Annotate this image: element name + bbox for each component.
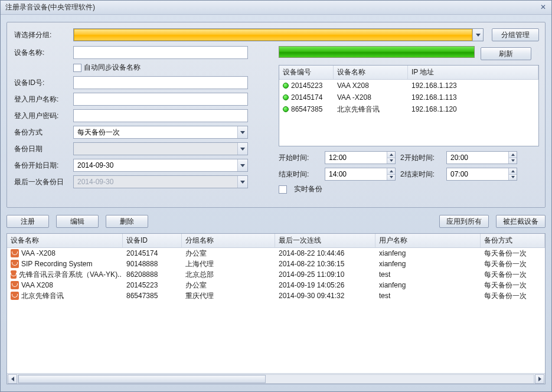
phone-icon xyxy=(11,249,19,257)
device-name-input[interactable] xyxy=(73,46,248,59)
cell-backup: 每天备份一次 xyxy=(481,249,545,259)
col-id[interactable]: 设备ID xyxy=(123,234,182,247)
cell-group: 重庆代理 xyxy=(182,291,275,301)
status-dot-icon xyxy=(283,94,289,100)
cell-id: 20145223 xyxy=(291,81,322,90)
col-device-name[interactable]: 设备名称 xyxy=(334,66,408,79)
end-time2-label: 2结束时间: xyxy=(400,169,442,179)
cell-name: VAA -X208 xyxy=(21,249,55,257)
cell-user: test xyxy=(375,292,481,300)
horizontal-scrollbar[interactable] xyxy=(7,373,545,384)
cell-ip: 192.168.1.113 xyxy=(408,93,538,102)
grid-row[interactable]: 北京先锋音讯86547385重庆代理2014-09-30 09:41:32tes… xyxy=(7,290,545,301)
cell-name: SIP Recording System xyxy=(21,260,93,268)
scroll-right-icon[interactable] xyxy=(535,374,544,384)
spin-up-icon[interactable] xyxy=(387,168,395,175)
start-time2-spinner[interactable] xyxy=(446,151,517,164)
group-label: 请选择分组: xyxy=(13,30,73,40)
cell-ip: 192.168.1.120 xyxy=(408,105,538,113)
login-pwd-label: 登入用户密码: xyxy=(13,111,73,121)
cell-id: 86547385 xyxy=(291,105,322,113)
status-dot-icon xyxy=(283,83,289,89)
refresh-button[interactable]: 刷新 xyxy=(481,47,531,60)
realtime-backup-label: 实时备份 xyxy=(294,184,322,194)
spin-down-icon[interactable] xyxy=(387,158,395,164)
col-group[interactable]: 分组名称 xyxy=(182,234,275,247)
realtime-backup-checkbox[interactable] xyxy=(279,185,287,194)
device-list-row[interactable]: 20145174VAA -X208192.168.1.113 xyxy=(279,92,538,103)
cell-id: 86547385 xyxy=(123,292,182,300)
col-ip[interactable]: IP 地址 xyxy=(408,66,538,79)
cell-group: 上海代理 xyxy=(182,259,275,269)
spin-down-icon[interactable] xyxy=(387,175,395,181)
backup-mode-label: 备份方式 xyxy=(13,128,73,138)
device-list-row[interactable]: 86547385北京先锋音讯192.168.1.120 xyxy=(279,103,538,115)
col-last[interactable]: 最后一次连线 xyxy=(275,234,375,247)
grid-row[interactable]: VAA X20820145223办公室2014-09-19 14:05:26xi… xyxy=(7,280,545,290)
scroll-track[interactable] xyxy=(18,374,534,384)
start-time-label: 开始时间: xyxy=(279,153,320,163)
cell-name: VAA -X208 xyxy=(334,93,408,102)
spin-down-icon[interactable] xyxy=(508,158,517,164)
chevron-down-icon[interactable] xyxy=(237,143,247,155)
device-name-label: 设备名称: xyxy=(13,48,73,58)
chevron-down-icon[interactable] xyxy=(237,159,247,171)
cell-id: 86208888 xyxy=(123,270,182,279)
login-user-label: 登入用户名称: xyxy=(13,94,73,104)
cell-id: 20145174 xyxy=(123,249,182,257)
cell-last: 2014-09-30 09:41:32 xyxy=(275,292,375,300)
cell-group: 北京总部 xyxy=(182,270,275,280)
cell-id: 90148888 xyxy=(123,260,182,268)
auto-sync-checkbox[interactable] xyxy=(73,64,81,72)
grid-row[interactable]: SIP Recording System90148888上海代理2014-08-… xyxy=(7,259,545,269)
start-time-spinner[interactable] xyxy=(325,151,396,164)
grid-row[interactable]: VAA -X20820145174办公室2014-08-22 10:44:46x… xyxy=(7,248,545,259)
form-panel: 请选择分组: 分组管理 设备名称: 自动同步设备名称 设备ID号: xyxy=(6,22,546,208)
phone-icon xyxy=(11,292,19,300)
delete-button[interactable]: 删除 xyxy=(106,215,148,228)
cell-name: 先锋音讯云录音系统（VAA-YK).. xyxy=(19,270,122,280)
cell-ip: 192.168.1.123 xyxy=(408,81,538,90)
blocked-devices-button[interactable]: 被拦截设备 xyxy=(496,215,546,228)
close-icon[interactable]: ✕ xyxy=(538,3,548,12)
end-time-spinner[interactable] xyxy=(325,168,396,181)
device-id-input[interactable] xyxy=(73,76,248,89)
login-pwd-input[interactable] xyxy=(73,109,248,122)
col-backup[interactable]: 备份方式 xyxy=(481,234,545,247)
edit-button[interactable]: 编辑 xyxy=(56,215,99,228)
backup-start-date[interactable] xyxy=(73,159,248,172)
backup-date-combobox[interactable] xyxy=(73,142,248,155)
end-time2-spinner[interactable] xyxy=(446,168,517,181)
window-title: 注册录音设备(中央管理软件) xyxy=(5,2,95,12)
cell-name: VAA X208 xyxy=(334,81,408,90)
cell-last: 2014-08-22 10:36:15 xyxy=(275,260,375,268)
cell-backup: 每天备份一次 xyxy=(481,270,545,280)
backup-mode-combobox[interactable] xyxy=(73,126,248,139)
grid-row[interactable]: 先锋音讯云录音系统（VAA-YK)..86208888北京总部2014-09-2… xyxy=(7,269,545,280)
device-list-row[interactable]: 20145223VAA X208192.168.1.123 xyxy=(279,80,538,92)
cell-last: 2014-08-22 10:44:46 xyxy=(275,249,375,257)
chevron-down-icon xyxy=(237,176,247,188)
action-button-row: 注册 编辑 删除 应用到所有 被拦截设备 xyxy=(6,213,546,230)
chevron-down-icon[interactable] xyxy=(237,126,247,138)
end-time-label: 结束时间: xyxy=(279,169,320,179)
apply-all-button[interactable]: 应用到所有 xyxy=(439,215,489,228)
spin-down-icon[interactable] xyxy=(508,175,517,181)
cell-backup: 每天备份一次 xyxy=(481,280,545,290)
col-name[interactable]: 设备名称 xyxy=(7,234,123,247)
spin-up-icon[interactable] xyxy=(508,152,517,158)
progress-bar xyxy=(279,46,475,58)
spin-up-icon[interactable] xyxy=(508,168,517,175)
cell-user: xianfeng xyxy=(375,260,481,268)
scroll-left-icon[interactable] xyxy=(8,374,17,384)
col-user[interactable]: 用户名称 xyxy=(375,234,481,247)
register-button[interactable]: 注册 xyxy=(6,215,49,228)
login-user-input[interactable] xyxy=(73,93,248,106)
device-id-label: 设备ID号: xyxy=(13,78,73,88)
col-device-id[interactable]: 设备编号 xyxy=(279,66,334,79)
scroll-thumb[interactable] xyxy=(18,375,266,383)
spin-up-icon[interactable] xyxy=(387,152,395,158)
cell-name: VAA X208 xyxy=(21,281,53,289)
cell-user: xianfeng xyxy=(375,249,481,257)
cell-name: 北京先锋音讯 xyxy=(21,291,64,301)
